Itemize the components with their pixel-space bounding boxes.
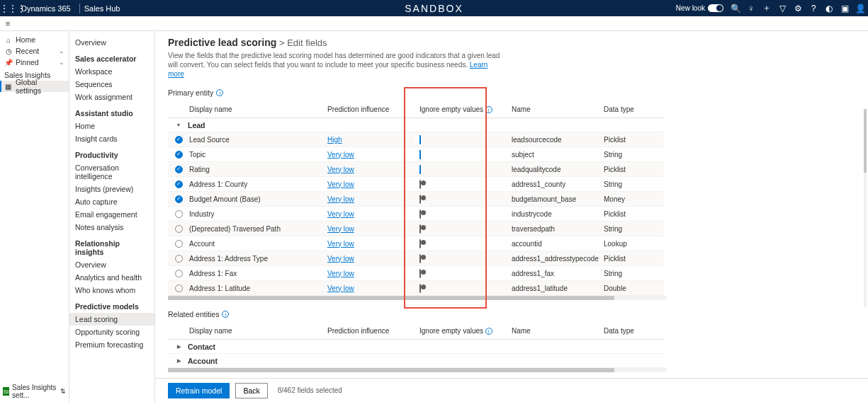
col-data-type[interactable]: Data type xyxy=(604,105,653,113)
col-display-name[interactable]: Display name xyxy=(189,327,327,335)
info-icon[interactable]: i xyxy=(222,311,229,318)
col-prediction-influence[interactable]: Prediction influence xyxy=(327,327,419,335)
influence-link[interactable]: Very low xyxy=(327,151,354,159)
h-scrollbar[interactable] xyxy=(168,296,667,300)
ignore-empty-toggle[interactable] xyxy=(419,254,421,263)
nav2-insights-preview[interactable]: Insights (preview) xyxy=(69,183,154,195)
row-checkbox[interactable] xyxy=(175,210,183,218)
group-contact[interactable]: Contact xyxy=(168,340,664,354)
lightbulb-icon[interactable]: ♀ xyxy=(743,4,759,13)
nav2-who-knows-whom[interactable]: Who knows whom xyxy=(69,284,154,297)
influence-link[interactable]: Very low xyxy=(327,270,354,277)
app-launcher-icon[interactable]: ⋮⋮⋮ xyxy=(0,4,17,13)
assist-icon[interactable]: ◐ xyxy=(821,4,837,13)
row-checkbox[interactable] xyxy=(175,285,183,292)
group-account[interactable]: Account xyxy=(168,354,664,368)
nav2-overview2[interactable]: Overview xyxy=(69,258,154,271)
info-icon[interactable]: i xyxy=(216,89,223,96)
cell-schema-name: budgetamount_base xyxy=(512,195,604,203)
nav2-conversation-intelligence[interactable]: Conversation intelligence xyxy=(69,161,154,183)
influence-link[interactable]: Very low xyxy=(327,180,354,188)
new-look-toggle[interactable] xyxy=(708,4,723,12)
search-icon[interactable]: 🔍 xyxy=(728,4,743,13)
info-icon[interactable]: i xyxy=(485,328,492,335)
nav2-insight-cards[interactable]: Insight cards xyxy=(69,132,154,145)
ignore-empty-toggle[interactable] xyxy=(419,224,421,234)
ignore-empty-toggle[interactable] xyxy=(419,284,421,293)
ignore-empty-toggle[interactable] xyxy=(419,165,421,174)
screen-icon[interactable]: ▣ xyxy=(837,4,852,13)
v-scrollbar[interactable] xyxy=(864,109,867,307)
col-data-type[interactable]: Data type xyxy=(604,327,653,335)
influence-link[interactable]: Very low xyxy=(327,285,354,292)
row-checkbox[interactable] xyxy=(175,255,183,263)
col-ignore-empty[interactable]: Ignore empty values i xyxy=(419,327,512,335)
influence-link[interactable]: Very low xyxy=(327,255,354,263)
h-scroll-thumb[interactable] xyxy=(168,368,614,372)
cell-schema-name: leadqualitycode xyxy=(512,166,604,173)
row-checkbox[interactable] xyxy=(175,240,183,248)
nav-global-settings[interactable]: ▦Global settings xyxy=(0,81,69,92)
hamburger-icon[interactable]: ≡ xyxy=(0,19,16,28)
group-lead[interactable]: Lead xyxy=(168,118,664,132)
h-scrollbar[interactable] xyxy=(168,368,667,372)
nav-home[interactable]: ⌂Home xyxy=(0,34,69,45)
area-switcher[interactable]: SI Sales Insights sett... ⇅ xyxy=(0,384,69,399)
col-prediction-influence[interactable]: Prediction influence xyxy=(327,105,419,113)
brand-label: Dynamics 365 xyxy=(17,4,75,13)
h-scroll-thumb[interactable] xyxy=(168,296,614,300)
nav2-premium-forecasting[interactable]: Premium forecasting xyxy=(69,338,154,351)
nav2-home[interactable]: Home xyxy=(69,120,154,132)
col-display-name[interactable]: Display name xyxy=(189,105,327,113)
cell-schema-name: subject xyxy=(512,151,604,159)
row-checkbox[interactable] xyxy=(175,151,183,159)
nav2-group-sales-accel: Sales accelerator xyxy=(69,49,154,65)
ignore-empty-toggle[interactable] xyxy=(419,239,421,248)
col-name[interactable]: Name xyxy=(512,327,604,335)
row-checkbox[interactable] xyxy=(175,166,183,173)
row-checkbox[interactable] xyxy=(175,180,183,188)
ignore-empty-toggle[interactable] xyxy=(419,195,421,204)
nav2-auto-capture[interactable]: Auto capture xyxy=(69,195,154,208)
nav-pinned[interactable]: 📌Pinned⌄ xyxy=(0,57,69,68)
nav-recent[interactable]: ◷Recent⌄ xyxy=(0,45,69,57)
row-checkbox[interactable] xyxy=(175,136,183,144)
back-button[interactable]: Back xyxy=(235,383,267,398)
influence-link[interactable]: Very low xyxy=(327,210,354,218)
nav2-overview[interactable]: Overview xyxy=(69,34,154,49)
nav2-email-engagement[interactable]: Email engagement xyxy=(69,208,154,221)
help-icon[interactable]: ? xyxy=(806,4,821,13)
influence-link[interactable]: Very low xyxy=(327,195,354,203)
row-checkbox[interactable] xyxy=(175,270,183,277)
nav2-group-predictive: Predictive models xyxy=(69,297,154,313)
influence-link[interactable]: Very low xyxy=(327,166,354,173)
influence-link[interactable]: Very low xyxy=(327,240,354,248)
info-icon[interactable]: i xyxy=(485,106,492,113)
col-name[interactable]: Name xyxy=(512,105,604,113)
col-ignore-empty[interactable]: Ignore empty values i xyxy=(419,105,512,114)
retrain-model-button[interactable]: Retrain model xyxy=(168,383,230,398)
nav2-work-assignment[interactable]: Work assignment xyxy=(69,91,154,103)
influence-link[interactable]: Very low xyxy=(327,225,354,233)
ignore-empty-toggle[interactable] xyxy=(419,135,421,144)
row-checkbox[interactable] xyxy=(175,225,183,233)
ignore-empty-toggle[interactable] xyxy=(419,180,421,189)
crumb-main[interactable]: Predictive lead scoring xyxy=(168,37,276,48)
v-scroll-thumb[interactable] xyxy=(864,109,867,173)
ignore-empty-toggle[interactable] xyxy=(419,269,421,278)
add-icon[interactable]: ＋ xyxy=(759,2,774,14)
filter-icon[interactable]: ▽ xyxy=(774,4,790,13)
nav2-notes-analysis[interactable]: Notes analysis xyxy=(69,221,154,234)
influence-link[interactable]: High xyxy=(327,136,342,144)
hub-label[interactable]: Sales Hub xyxy=(84,4,120,13)
ignore-empty-toggle[interactable] xyxy=(419,150,421,159)
row-checkbox[interactable] xyxy=(175,195,183,203)
settings-icon[interactable]: ⚙ xyxy=(790,4,806,13)
person-icon[interactable]: 👤 xyxy=(852,4,868,13)
nav2-opportunity-scoring[interactable]: Opportunity scoring xyxy=(69,326,154,338)
nav2-sequences[interactable]: Sequences xyxy=(69,78,154,91)
nav2-workspace[interactable]: Workspace xyxy=(69,65,154,78)
nav2-analytics-health[interactable]: Analytics and health xyxy=(69,271,154,284)
nav2-lead-scoring[interactable]: Lead scoring xyxy=(69,313,154,326)
ignore-empty-toggle[interactable] xyxy=(419,209,421,219)
